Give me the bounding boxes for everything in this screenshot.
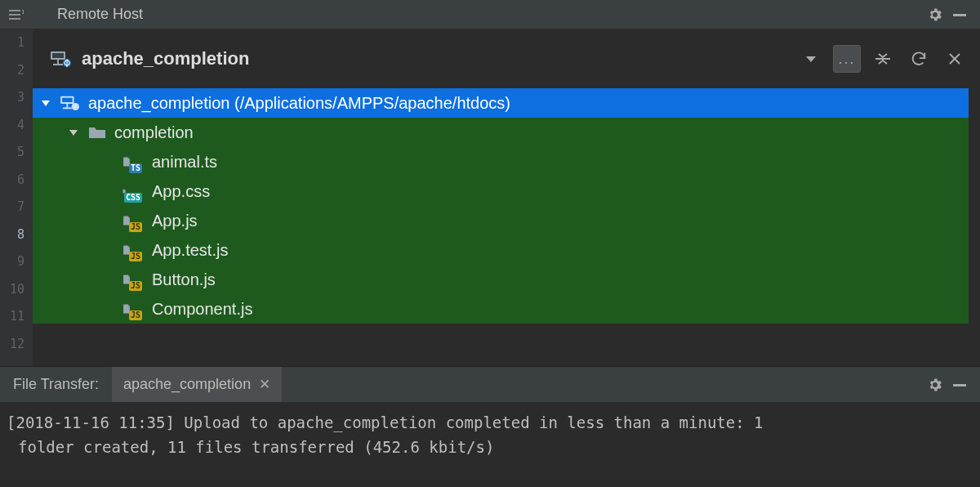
tree-node-root[interactable]: apache_completion (/Applications/AMPPS/a…: [33, 88, 969, 118]
editor-gutter: 1 2 3 4 5 6 7 8 9 10 11 12: [0, 29, 33, 366]
tree-node-file[interactable]: TS animal.ts: [33, 147, 969, 176]
hide-icon[interactable]: [947, 373, 972, 397]
hide-icon[interactable]: [947, 2, 972, 27]
file-transfer-title: File Transfer:: [0, 376, 112, 393]
svg-rect-6: [52, 53, 64, 58]
tree-node-label: apache_completion (/Applications/AMPPS/a…: [88, 94, 510, 113]
svg-rect-4: [953, 14, 966, 16]
tree-node-file[interactable]: JS App.js: [33, 206, 969, 235]
js-file-icon: JS: [122, 212, 144, 229]
collapse-all-icon[interactable]: [869, 45, 897, 73]
svg-rect-21: [953, 384, 966, 386]
server-icon: [60, 95, 80, 111]
server-name: apache_completion: [82, 48, 249, 69]
svg-text:1: 1: [21, 9, 24, 16]
line-number: 11: [0, 303, 33, 331]
gear-icon[interactable]: [923, 2, 947, 27]
file-transfer-log[interactable]: [2018-11-16 11:35] Upload to apache_comp…: [0, 402, 980, 487]
browse-button[interactable]: ...: [833, 45, 861, 73]
tree-node-label: Component.js: [152, 300, 252, 319]
line-number: 1: [0, 29, 33, 57]
tree-node-label: completion: [114, 123, 194, 142]
chevron-down-icon[interactable]: [41, 98, 52, 108]
svg-marker-14: [42, 101, 50, 106]
svg-marker-20: [69, 130, 78, 136]
js-file-icon: JS: [122, 301, 144, 317]
line-number: 12: [0, 331, 33, 359]
close-icon[interactable]: [941, 45, 969, 73]
chevron-down-icon[interactable]: [69, 127, 80, 137]
server-selector[interactable]: apache_completion: [51, 48, 789, 69]
remote-host-panel: apache_completion ...: [33, 29, 980, 366]
line-number: 7: [0, 194, 33, 221]
toolwindow-header: 1 Remote Host: [0, 0, 980, 29]
file-transfer-tab-label: apache_completion: [123, 376, 251, 393]
tree-node-file[interactable]: JS Component.js: [33, 294, 969, 324]
tree-node-file[interactable]: JS App.test.js: [33, 235, 969, 265]
js-file-icon: JS: [122, 271, 144, 288]
file-transfer-tab[interactable]: apache_completion ✕: [112, 367, 282, 402]
js-file-icon: JS: [122, 242, 144, 258]
line-number: 10: [0, 276, 33, 304]
tree-node-folder[interactable]: completion: [33, 118, 969, 147]
svg-point-19: [72, 103, 79, 110]
tree-node-file[interactable]: CSS App.css: [33, 176, 969, 206]
server-toolbar: apache_completion ...: [33, 29, 980, 88]
line-number: 4: [0, 112, 33, 140]
ts-file-icon: TS: [122, 154, 144, 170]
line-number: 8: [0, 221, 33, 249]
gutter-menu-icon[interactable]: 1: [0, 9, 33, 20]
file-transfer-header: File Transfer: apache_completion ✕: [0, 366, 980, 402]
tree-node-label: App.js: [152, 212, 198, 230]
tree-node-file[interactable]: JS Button.js: [33, 265, 969, 294]
log-line: folder created, 11 files transferred (45…: [7, 435, 973, 459]
tree-node-label: App.test.js: [152, 241, 228, 260]
tab-close-icon[interactable]: ✕: [259, 376, 270, 393]
line-number: 9: [0, 248, 33, 276]
log-line: [2018-11-16 11:35] Upload to apache_comp…: [7, 413, 764, 431]
tree-node-label: animal.ts: [152, 153, 217, 172]
svg-rect-16: [62, 98, 73, 102]
folder-icon: [88, 125, 106, 140]
css-file-icon: CSS: [122, 183, 144, 199]
refresh-icon[interactable]: [905, 45, 933, 73]
toolwindow-title: Remote Host: [57, 6, 143, 23]
line-number: 3: [0, 84, 33, 112]
line-number: 6: [0, 167, 33, 194]
tree-node-label: Button.js: [152, 270, 216, 289]
gear-icon[interactable]: [923, 373, 947, 397]
tree-node-label: App.css: [152, 182, 210, 201]
line-number: 2: [0, 57, 33, 85]
line-number: 5: [0, 139, 33, 167]
server-icon: [51, 50, 72, 68]
server-dropdown-icon[interactable]: [797, 45, 825, 73]
remote-tree[interactable]: apache_completion (/Applications/AMPPS/a…: [33, 88, 980, 366]
